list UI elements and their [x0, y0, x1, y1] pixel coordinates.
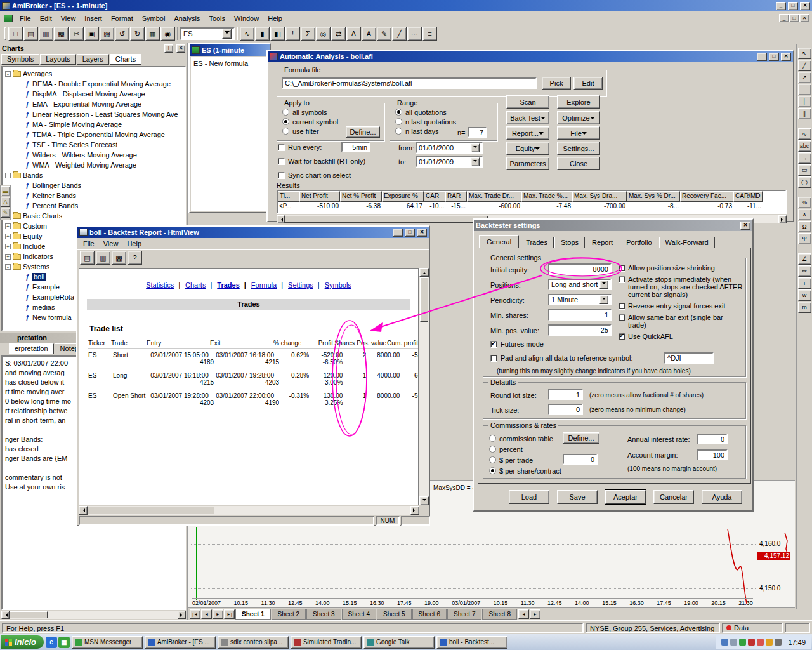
toolbar-grip[interactable]: [4, 27, 6, 40]
menu-item[interactable]: File: [79, 239, 99, 249]
dialog-tab[interactable]: Walk-Forward: [659, 237, 715, 248]
tray-msn-icon[interactable]: [739, 639, 746, 646]
tray-antivirus-icon[interactable]: [766, 639, 773, 646]
scroll-thumb[interactable]: [88, 507, 214, 514]
pick-button[interactable]: Pick: [542, 77, 571, 90]
menu-item[interactable]: Window: [230, 13, 263, 23]
column-header[interactable]: Pos. value: [355, 340, 386, 347]
commission-value-field[interactable]: 0: [563, 454, 598, 465]
maximize-button[interactable]: □: [405, 229, 415, 237]
sheet-tab[interactable]: Sheet 1: [235, 609, 271, 620]
chevron-down-icon[interactable]: [599, 295, 608, 304]
to-date-field[interactable]: 01/01/2009: [416, 156, 483, 168]
dialog-tab[interactable]: Stops: [554, 237, 585, 248]
sheet-tab[interactable]: Sheet 4: [342, 609, 376, 620]
parameters-button[interactable]: Parameters: [506, 157, 549, 170]
tree-item[interactable]: ƒ Percent Bands: [3, 201, 185, 211]
tree-item[interactable]: ƒ Linear Regression - Least Squares Movi…: [3, 109, 185, 119]
pencil-tool-icon[interactable]: ✏: [798, 265, 811, 277]
scroll-down-button[interactable]: [419, 496, 429, 505]
redo-icon[interactable]: ↻: [130, 27, 145, 41]
close-button[interactable]: ✕: [417, 229, 427, 237]
minimize-button[interactable]: _: [776, 2, 786, 10]
column-header[interactable]: Ticker: [88, 340, 111, 347]
report-button[interactable]: Report...: [506, 126, 549, 140]
quicklaunch-desktop-icon[interactable]: ▦: [58, 637, 70, 648]
column-header[interactable]: Max. Sys % Dr...: [627, 191, 680, 202]
tick-size-field[interactable]: 0: [548, 404, 583, 415]
backtest-button[interactable]: Back Test: [506, 111, 549, 124]
tree-item[interactable]: ƒ Wilders - Wilders Moving Average: [3, 150, 185, 160]
menu-item[interactable]: Format: [107, 13, 138, 23]
run-every-checkbox[interactable]: Run every:: [278, 143, 322, 151]
sheet-nav-button[interactable]: ►: [213, 609, 223, 619]
column-header[interactable]: Max. Sys Dra...: [572, 191, 627, 202]
futures-mode-checkbox[interactable]: Futures mode: [490, 340, 544, 348]
run-every-field[interactable]: 5min: [341, 142, 370, 152]
combo-dropdown-button[interactable]: [222, 29, 232, 39]
column-header[interactable]: Net Profit: [299, 191, 340, 202]
settings-title-bar[interactable]: Backtester settings ✕: [474, 220, 752, 231]
report-nav-link[interactable]: Charts: [185, 281, 212, 289]
cancel-button[interactable]: Cancelar: [653, 490, 694, 504]
copy-icon[interactable]: ▣: [84, 27, 99, 41]
scroll-right-button[interactable]: [178, 611, 186, 619]
min-pos-value-field[interactable]: 25: [548, 324, 612, 336]
sheet-tab[interactable]: Sheet 8: [482, 609, 516, 620]
help-button[interactable]: Ayuda: [702, 490, 742, 504]
scan-button[interactable]: Scan: [506, 95, 549, 109]
scroll-up-button[interactable]: [419, 268, 429, 277]
positions-select[interactable]: Long and short: [548, 279, 612, 290]
radio-option[interactable]: commission table: [489, 433, 561, 444]
settings-checkbox[interactable]: Use QuickAFL: [619, 333, 743, 340]
mdi-close-button[interactable]: ✕: [799, 14, 809, 22]
results-row[interactable]: <P...-510.00-6.3864.17-10...-15...-600.0…: [278, 202, 785, 212]
dialog-tab[interactable]: General: [479, 235, 519, 248]
sheet-tab[interactable]: Sheet 3: [306, 609, 341, 620]
column-header[interactable]: Cum. profit: [386, 340, 418, 347]
pencil-icon[interactable]: ✎: [377, 27, 391, 41]
zigzag-icon[interactable]: ∧: [798, 209, 811, 220]
define-commission-button[interactable]: Define...: [563, 432, 599, 444]
mdi-restore-button[interactable]: □: [789, 14, 799, 22]
ellipsis-icon[interactable]: ⋯: [407, 27, 422, 41]
tree-item[interactable]: ƒ TEMA - Triple Exponential Moving Avera…: [3, 129, 185, 140]
chart-window-icon[interactable]: [4, 15, 13, 22]
menu-item[interactable]: File: [15, 13, 36, 23]
table-row[interactable]: ES Short 02/01/2007 15:05:004189 03/01/2…: [88, 352, 418, 372]
database-icon[interactable]: ▦: [145, 27, 160, 41]
report-nav-link[interactable]: Formula: [251, 281, 283, 289]
round-lot-field[interactable]: 1: [548, 389, 583, 400]
column-header[interactable]: Exit: [210, 340, 273, 347]
pad-align-checkbox[interactable]: Pad and align all data to reference symb…: [490, 354, 633, 362]
tray-network-icon[interactable]: [775, 639, 782, 646]
fibonacci-icon[interactable]: %: [798, 197, 811, 208]
combo-dropdown-button[interactable]: [471, 157, 480, 166]
tree-item[interactable]: ƒ Bollinger Bands: [3, 180, 185, 190]
panel-tab[interactable]: Layers: [77, 54, 109, 65]
tree-item[interactable]: ƒ Bands: [3, 170, 185, 180]
alert-icon[interactable]: !: [285, 27, 300, 41]
column-header[interactable]: Ti...: [278, 191, 299, 202]
vertical-line-icon[interactable]: │: [798, 96, 811, 107]
radio-option[interactable]: $ per share/contract: [489, 465, 561, 476]
menu-item[interactable]: View: [56, 13, 81, 23]
results-table[interactable]: Ti...Net ProfitNet % ProfitExposure %CAR…: [277, 190, 787, 214]
wait-backfill-checkbox[interactable]: Wait for backfill (RT only): [278, 157, 365, 165]
ray-icon[interactable]: ↗: [798, 72, 811, 83]
sync-chart-checkbox[interactable]: Sync chart on select: [278, 171, 351, 179]
optimize-button[interactable]: Optimize: [557, 111, 600, 124]
close-analysis-button[interactable]: Close: [557, 157, 600, 170]
info-icon[interactable]: ◉: [160, 27, 175, 41]
save-icon[interactable]: ▥: [96, 251, 110, 265]
settings-checkbox[interactable]: Allow position size shrinking: [619, 264, 743, 272]
tray-chart-icon[interactable]: [757, 639, 764, 646]
close-button[interactable]: ✕: [781, 53, 791, 61]
scan-icon[interactable]: Σ: [301, 27, 315, 41]
maximize-button[interactable]: □: [788, 2, 798, 10]
save-icon[interactable]: ▥: [39, 27, 53, 41]
report-vscrollbar[interactable]: [419, 268, 429, 505]
scroll-thumb[interactable]: [420, 277, 428, 322]
initial-equity-field[interactable]: 8000: [548, 263, 612, 275]
channel-icon[interactable]: ∥: [798, 108, 811, 119]
